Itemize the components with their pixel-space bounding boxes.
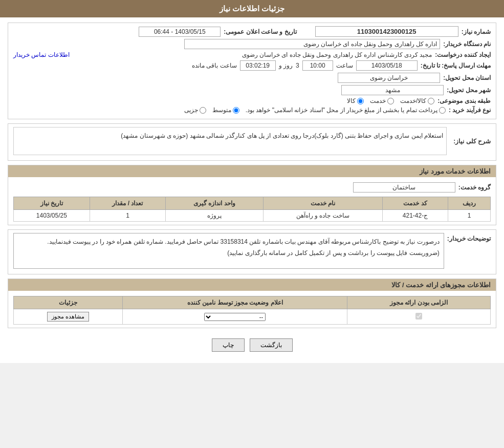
purchase-option-motavaset: متوسط xyxy=(212,106,239,114)
category-radio-kala[interactable] xyxy=(357,98,364,104)
notes-inner: توضیحات خریدار: درصورت نیاز به توضیح باک… xyxy=(8,230,496,274)
deadline-label: مهلت ارسال پاسخ: تا تاریخ: xyxy=(421,62,491,69)
perm-status-select[interactable]: -- xyxy=(204,313,266,321)
purchase-label-motavaset: متوسط xyxy=(212,106,231,114)
purchase-radio-motavaset[interactable] xyxy=(233,107,239,114)
creator-row: ایجاد کننده درخواست: مجید کردی کارشناس ا… xyxy=(13,51,491,58)
service-group-value: ساختمان xyxy=(353,182,455,193)
col-code: کد خدمت xyxy=(383,197,448,210)
need-number-value: 1103001423000125 xyxy=(315,26,458,37)
services-section: اطلاعات خدمات مورد نیاز گروه خدمت: ساختم… xyxy=(8,165,496,225)
service-group-row: گروه خدمت: ساختمان xyxy=(13,182,491,193)
permissions-section-title: اطلاعات مجوزهای ارائه خدمت / کالا xyxy=(8,279,496,291)
buyer-org-label: نام دستگاه خریدار: xyxy=(443,40,491,48)
category-radio-kala-khedmat[interactable] xyxy=(428,98,434,104)
perm-required-checkbox xyxy=(415,313,422,319)
bottom-buttons: بازگشت چاپ xyxy=(8,332,496,358)
cell-code: ج-42-421 xyxy=(383,210,448,222)
description-inner: شرح کلی نیاز: استعلام ایمن سازی و اجرای … xyxy=(8,124,496,160)
purchase-type-label: نوع فرآیند خرید : xyxy=(449,106,491,114)
contact-link[interactable]: اطلاعات تماس خریدار xyxy=(13,51,70,58)
page-title: جزئیات اطلاعات نیاز xyxy=(220,4,284,13)
category-label: طبقه بندی موضوعی: xyxy=(437,97,491,104)
purchase-radio-note[interactable] xyxy=(439,107,446,114)
perm-col-required: الزامی بودن ارائه مجوز xyxy=(347,296,491,309)
print-button[interactable]: چاپ xyxy=(212,338,245,352)
buyer-org-row: نام دستگاه خریدار: اداره کل راهداری وحمل… xyxy=(13,39,491,49)
city-label: شهر محل تحویل: xyxy=(447,87,491,94)
cell-unit: پروژه xyxy=(166,210,263,222)
cell-name: ساخت جاده و راه‌آهن xyxy=(263,210,382,222)
category-option-khedmat: خدمت xyxy=(370,97,394,104)
province-value: خراسان رضوی xyxy=(338,73,440,83)
permissions-table: الزامی بودن ارائه مجوز اعلام وضعیت مجوز … xyxy=(13,296,491,325)
purchase-label-note: پرداخت تمام یا بخشی از مبلغ خریدار از مح… xyxy=(246,106,437,114)
category-row: طبقه بندی موضوعی: کالا/خدمت خدمت کالا xyxy=(13,97,491,104)
permissions-section: اطلاعات مجوزهای ارائه خدمت / کالا الزامی… xyxy=(8,279,496,328)
purchase-radio-jozi[interactable] xyxy=(200,107,206,114)
purchase-option-note: پرداخت تمام یا بخشی از مبلغ خریدار از مح… xyxy=(246,106,446,114)
perm-table-header-row: الزامی بودن ارائه مجوز اعلام وضعیت مجوز … xyxy=(14,296,491,309)
top-info: شماره نیاز: 1103001423000125 تاریخ و ساع… xyxy=(8,23,496,119)
announce-datetime-value: 1403/05/15 - 06:44 xyxy=(139,27,221,37)
category-option-kala: کالا xyxy=(347,97,364,104)
creator-value: مجید کردی کارشناس اداره کل راهداری وحمل … xyxy=(73,51,432,58)
description-row: شرح کلی نیاز: استعلام ایمن سازی و اجرای … xyxy=(13,127,491,155)
deadline-time-value: 10:00 xyxy=(302,60,333,71)
col-name: نام خدمت xyxy=(263,197,382,210)
services-table-row: 1 ج-42-421 ساخت جاده و راه‌آهن پروژه 1 1… xyxy=(14,210,491,222)
page-wrapper: جزئیات اطلاعات نیاز شماره نیاز: 11030014… xyxy=(0,0,504,363)
deadline-row: مهلت ارسال پاسخ: تا تاریخ: 1403/05/18 سا… xyxy=(13,60,491,71)
perm-col-details: جزئیات xyxy=(14,296,123,309)
col-quantity: تعداد / مقدار xyxy=(90,197,166,210)
deadline-date-value: 1403/05/18 xyxy=(356,60,418,71)
cell-date: 1403/05/25 xyxy=(14,210,90,222)
cell-row: 1 xyxy=(448,210,491,222)
description-value: استعلام ایمن سازی و اجرای حفاظ بتنی (گار… xyxy=(13,127,447,155)
need-number-row: شماره نیاز: 1103001423000125 تاریخ و ساع… xyxy=(13,26,491,37)
view-permit-button[interactable]: مشاهده مجوز xyxy=(47,312,89,322)
category-radio-khedmat[interactable] xyxy=(387,98,394,104)
category-label-khedmat: خدمت xyxy=(370,97,386,104)
perm-details-cell: مشاهده مجوز xyxy=(14,309,123,325)
notes-label: توضیحات خریدار: xyxy=(447,233,491,242)
notes-value: درصورت نیاز به توضیح باکارشناس مربوطه آق… xyxy=(13,233,444,269)
services-section-title: اطلاعات خدمات مورد نیاز xyxy=(8,165,496,177)
deadline-days-label: روز و xyxy=(279,62,293,69)
perm-table-row: -- مشاهده مجوز xyxy=(14,309,491,325)
basic-info-section: شماره نیاز: 1103001423000125 تاریخ و ساع… xyxy=(8,23,496,119)
perm-status-cell: -- xyxy=(123,309,347,325)
perm-required-cell xyxy=(347,309,491,325)
purchase-type-radio-group: پرداخت تمام یا بخشی از مبلغ خریدار از مح… xyxy=(184,106,446,114)
services-table: ردیف کد خدمت نام خدمت واحد اندازه گیری ت… xyxy=(13,197,491,222)
remaining-value: 03:02:19 xyxy=(240,60,276,71)
description-label: شرح کلی نیاز: xyxy=(450,138,491,145)
notes-section: توضیحات خریدار: درصورت نیاز به توضیح باک… xyxy=(8,229,496,274)
category-label-kala: کالا xyxy=(347,97,356,104)
purchase-label-jozi: جزیی xyxy=(184,106,198,114)
purchase-option-jozi: جزیی xyxy=(184,106,206,114)
cell-quantity: 1 xyxy=(90,210,166,222)
city-value: مشهد xyxy=(341,85,444,95)
permissions-inner: الزامی بودن ارائه مجوز اعلام وضعیت مجوز … xyxy=(8,293,496,328)
back-button[interactable]: بازگشت xyxy=(250,338,293,352)
announce-datetime-label: تاریخ و ساعت اعلان عمومی: xyxy=(224,28,296,35)
purchase-type-row: نوع فرآیند خرید : پرداخت تمام یا بخشی از… xyxy=(13,106,491,114)
need-number-label: شماره نیاز: xyxy=(462,28,491,35)
page-header: جزئیات اطلاعات نیاز xyxy=(0,0,504,17)
col-unit: واحد اندازه گیری xyxy=(166,197,263,210)
perm-col-status: اعلام وضعیت مجوز توسط نامین کننده xyxy=(123,296,347,309)
category-radio-group: کالا/خدمت خدمت کالا xyxy=(347,97,434,104)
city-row: شهر محل تحویل: مشهد xyxy=(13,85,491,95)
category-option-kala-khedmat: کالا/خدمت xyxy=(400,97,434,104)
description-section: شرح کلی نیاز: استعلام ایمن سازی و اجرای … xyxy=(8,123,496,161)
buyer-org-value: اداره کل راهداری وحمل ونقل جاده ای خراسا… xyxy=(184,39,440,49)
province-row: استان محل تحویل: خراسان رضوی xyxy=(13,73,491,83)
creator-label: ایجاد کننده درخواست: xyxy=(435,51,491,58)
deadline-time-label: ساعت xyxy=(336,62,353,69)
service-group-label: گروه خدمت: xyxy=(458,184,491,191)
main-content: شماره نیاز: 1103001423000125 تاریخ و ساع… xyxy=(0,17,504,363)
col-date: تاریخ نیاز xyxy=(14,197,90,210)
services-inner: گروه خدمت: ساختمان ردیف کد خدمت نام خدمت… xyxy=(8,179,496,225)
col-row: ردیف xyxy=(448,197,491,210)
